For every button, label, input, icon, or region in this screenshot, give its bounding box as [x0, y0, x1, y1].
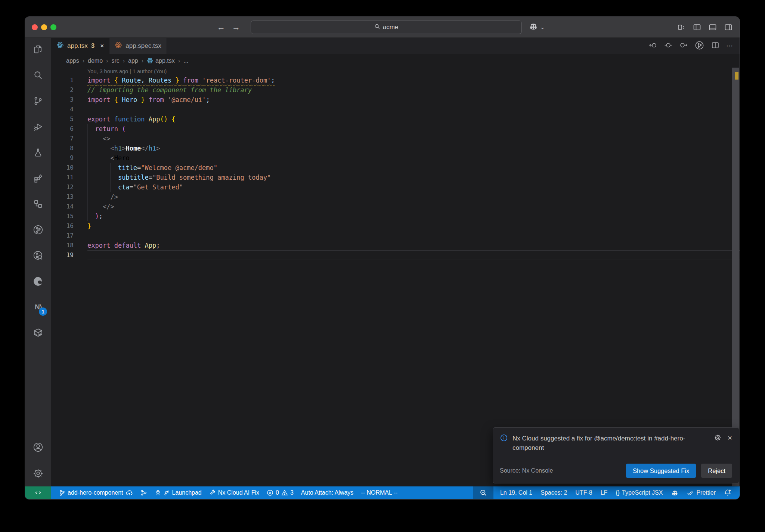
code-line-7[interactable]: 7 <>: [51, 134, 740, 143]
minimize-window-button[interactable]: [41, 24, 47, 30]
command-center-search[interactable]: acme: [251, 21, 522, 34]
accounts-icon[interactable]: [32, 442, 44, 453]
code-text: <>: [87, 134, 740, 143]
eol-indicator[interactable]: LF: [601, 489, 608, 496]
toggle-panel-icon[interactable]: [708, 23, 717, 32]
tab-app-tsx[interactable]: app.tsx 3 ×: [51, 38, 109, 54]
scrollbar-track[interactable]: [732, 67, 739, 487]
line-number: 19: [51, 250, 74, 260]
line-number: 5: [51, 114, 74, 124]
auto-attach-indicator[interactable]: Auto Attach: Always: [301, 489, 354, 496]
settings-gear-icon[interactable]: [32, 468, 44, 479]
edge-browser-icon[interactable]: [32, 276, 44, 287]
breadcrumb-item[interactable]: demo: [88, 58, 103, 64]
code-line-6[interactable]: 6 return (: [51, 124, 740, 134]
nav-back-button[interactable]: ←: [216, 22, 226, 32]
problems-indicator[interactable]: 0 3: [267, 489, 294, 496]
zoom-indicator[interactable]: [473, 486, 493, 499]
code-line-3[interactable]: 3import { Hero } from '@acme/ui';: [51, 95, 740, 105]
search-icon[interactable]: [32, 69, 44, 81]
customize-layout-icon[interactable]: [677, 23, 686, 32]
code-line-8[interactable]: 8 <h1>Home</h1>: [51, 143, 740, 153]
code-line-14[interactable]: 14 </>: [51, 202, 740, 211]
project-graph-icon[interactable]: [32, 198, 44, 210]
code-line-2[interactable]: 2// importing the component from the lib…: [51, 85, 740, 95]
tab-app-spec-tsx[interactable]: app.spec.tsx: [109, 38, 167, 54]
breadcrumb: apps› demo› src› app› app.tsx › ...: [51, 54, 740, 67]
nav-forward-circle-icon[interactable]: [679, 41, 688, 51]
breadcrumb-item[interactable]: src: [111, 58, 119, 64]
indent-guide: [110, 173, 111, 182]
prettier-indicator[interactable]: Prettier: [687, 489, 716, 497]
toggle-sidebar-right-icon[interactable]: [724, 23, 733, 32]
toggle-sidebar-left-icon[interactable]: [693, 23, 701, 32]
code-line-12[interactable]: 12 cta="Get Started": [51, 182, 740, 192]
code-line-1[interactable]: 1import { Route, Routes } from 'react-ro…: [51, 75, 740, 85]
reject-button[interactable]: Reject: [701, 464, 732, 478]
indentation-indicator[interactable]: Spaces: 2: [541, 489, 567, 496]
nx-cloud-ai-fix-item[interactable]: Nx Cloud AI Fix: [209, 489, 259, 496]
explorer-icon[interactable]: [32, 44, 44, 55]
encoding-indicator[interactable]: UTF-8: [575, 489, 592, 496]
remote-indicator[interactable]: [25, 486, 51, 499]
cursor-position[interactable]: Ln 19, Col 1: [500, 489, 532, 496]
code-line-11[interactable]: 11 subtitle="Build something amazing tod…: [51, 173, 740, 182]
notification-toast: Nx Cloud suggested a fix for @acme/demo:…: [493, 427, 739, 483]
copilot-status-icon[interactable]: [671, 489, 679, 497]
testing-icon[interactable]: [32, 147, 44, 158]
code-text: <h1>Home</h1>: [87, 143, 740, 153]
vim-mode-indicator[interactable]: -- NORMAL --: [361, 489, 397, 496]
branch-indicator[interactable]: add-hero-component: [59, 489, 133, 497]
source-control-icon[interactable]: [32, 95, 44, 106]
scrollbar-thumb[interactable]: [732, 68, 739, 486]
more-actions-icon[interactable]: ⋯: [726, 42, 734, 50]
notification-source: Source: Nx Console: [500, 467, 553, 474]
code-line-15[interactable]: 15 );: [51, 211, 740, 221]
line-number: 18: [51, 241, 74, 250]
code-line-19[interactable]: 19: [51, 250, 740, 260]
extensions-icon[interactable]: [32, 173, 44, 184]
breadcrumb-item[interactable]: app: [128, 58, 138, 64]
zoom-window-button[interactable]: [50, 24, 56, 30]
commit-graph-icon[interactable]: [694, 40, 704, 52]
line-number: 1: [51, 75, 74, 85]
code-text: import { Hero } from '@acme/ui';: [87, 95, 740, 105]
code-line-18[interactable]: 18export default App;: [51, 241, 740, 250]
gitlens-icon[interactable]: [32, 224, 44, 235]
code-line-17[interactable]: 17: [51, 231, 740, 241]
breadcrumb-item[interactable]: apps: [66, 58, 79, 64]
nav-forward-button[interactable]: →: [231, 22, 241, 32]
breadcrumb-more[interactable]: ...: [183, 58, 188, 64]
code-line-5[interactable]: 5export function App() {: [51, 114, 740, 124]
line-number: 15: [51, 211, 74, 221]
close-window-button[interactable]: [32, 24, 38, 30]
split-editor-icon[interactable]: [711, 41, 720, 51]
notification-settings-gear-icon[interactable]: [714, 434, 722, 452]
container-icon[interactable]: [32, 327, 44, 338]
react-test-icon: [115, 41, 122, 51]
code-line-10[interactable]: 10 title="Welcmoe @acme/demo": [51, 163, 740, 173]
code-line-9[interactable]: 9 <Hero: [51, 153, 740, 163]
launchpad-item[interactable]: Launchpad: [155, 489, 202, 496]
language-indicator[interactable]: {}TypeScript JSX: [616, 489, 663, 496]
info-icon: [500, 434, 508, 452]
code-editor[interactable]: You, 3 hours ago | 1 author (You) 1impor…: [51, 67, 740, 487]
nav-back-circle-icon[interactable]: [648, 41, 657, 51]
show-suggested-fix-button[interactable]: Show Suggested Fix: [626, 464, 696, 478]
nx-console-icon[interactable]: N〉 1: [32, 301, 44, 313]
close-tab-icon[interactable]: ×: [100, 42, 104, 50]
notification-close-icon[interactable]: ×: [728, 434, 732, 452]
copilot-menu-button[interactable]: ⌄: [529, 22, 545, 33]
publish-cloud-icon: [126, 489, 133, 497]
run-debug-icon[interactable]: [32, 121, 44, 132]
gitlens-inspect-icon[interactable]: [32, 250, 44, 261]
notifications-bell-icon[interactable]: [724, 489, 731, 497]
indent-guide: [87, 163, 88, 173]
nav-dot-circle-icon[interactable]: [664, 41, 673, 51]
code-line-13[interactable]: 13 />: [51, 192, 740, 202]
commit-graph-status-icon[interactable]: [140, 489, 147, 496]
code-line-16[interactable]: 16}: [51, 221, 740, 231]
breadcrumb-file[interactable]: app.tsx: [147, 58, 175, 64]
nx-badge: 1: [39, 307, 47, 316]
code-line-4[interactable]: 4: [51, 105, 740, 114]
